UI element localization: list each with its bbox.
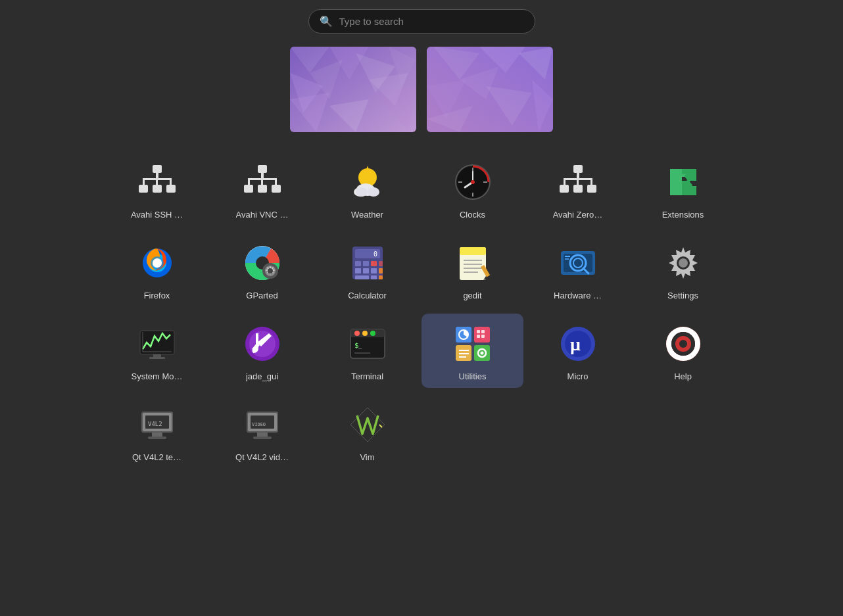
app-gparted[interactable]: GParted: [211, 233, 313, 307]
svg-rect-55: [577, 173, 579, 178]
qtv4l2-vid-icon: VIDEO: [241, 404, 283, 446]
app-sysmonitor[interactable]: System Mo…: [106, 314, 208, 388]
svg-rect-81: [355, 268, 361, 273]
extensions-icon: [662, 161, 704, 203]
svg-text:0: 0: [373, 250, 377, 258]
svg-rect-85: [355, 275, 369, 279]
svg-rect-62: [573, 185, 583, 193]
app-label: Settings: [667, 291, 698, 300]
app-firefox[interactable]: Firefox: [106, 233, 208, 307]
svg-rect-83: [371, 268, 377, 273]
top-bar: 🔍: [0, 0, 843, 40]
svg-rect-33: [275, 178, 277, 185]
svg-rect-24: [170, 178, 172, 185]
app-label: Utilities: [459, 371, 487, 381]
svg-rect-127: [477, 335, 480, 338]
app-label: Avahi Zero…: [553, 210, 603, 220]
app-label: Extensions: [662, 210, 704, 220]
settings-icon: [662, 242, 704, 284]
svg-rect-146: [148, 437, 166, 439]
help-icon: [662, 323, 704, 365]
app-micro[interactable]: μ Micro: [527, 314, 629, 388]
svg-rect-80: [379, 261, 383, 266]
app-help[interactable]: Help: [632, 314, 734, 388]
network-icon: [557, 161, 599, 203]
micro-icon: μ: [557, 323, 599, 365]
app-avahi-zero[interactable]: Avahi Zero…: [527, 152, 629, 226]
svg-rect-28: [153, 185, 162, 193]
app-settings[interactable]: Settings: [632, 233, 734, 307]
svg-rect-125: [477, 330, 480, 333]
sysmonitor-icon: [136, 323, 178, 365]
svg-rect-60: [560, 185, 569, 193]
svg-rect-25: [156, 178, 158, 185]
app-hardware[interactable]: Hardware …: [527, 233, 629, 307]
app-avahi-ssh[interactable]: Avahi SSH …: [106, 152, 208, 226]
svg-point-142: [679, 340, 687, 348]
wallpaper-thumb-2[interactable]: [427, 47, 553, 132]
app-calculator[interactable]: 0 Calculator: [316, 233, 418, 307]
svg-rect-105: [140, 331, 174, 354]
search-input[interactable]: [339, 16, 524, 27]
svg-rect-57: [564, 178, 566, 185]
svg-point-73: [268, 268, 273, 273]
svg-rect-128: [481, 335, 485, 338]
svg-point-67: [153, 258, 162, 268]
svg-rect-126: [481, 330, 485, 333]
vim-icon: [347, 404, 389, 446]
app-label: Qt V4L2 te…: [132, 452, 181, 462]
app-label: gedit: [463, 291, 481, 300]
svg-rect-151: [257, 433, 268, 437]
svg-rect-145: [152, 433, 162, 437]
svg-point-115: [362, 331, 368, 336]
svg-rect-82: [363, 268, 369, 273]
app-label: Micro: [567, 371, 589, 381]
svg-rect-87: [379, 275, 383, 279]
app-terminal[interactable]: $ _ Terminal: [316, 314, 418, 388]
svg-rect-27: [166, 185, 176, 193]
svg-point-43: [356, 187, 368, 197]
svg-rect-32: [248, 178, 250, 185]
svg-rect-20: [153, 165, 162, 173]
svg-text:VIDEO: VIDEO: [252, 422, 266, 427]
app-vim[interactable]: Vim: [316, 394, 418, 469]
app-qt-v4l2-te[interactable]: V4L2 Qt V4L2 te…: [106, 394, 208, 469]
terminal-icon: $ _: [347, 323, 389, 365]
svg-point-114: [354, 331, 360, 336]
hardware-icon: [557, 242, 599, 284]
wallpaper-row: [0, 40, 843, 145]
svg-point-116: [370, 331, 375, 336]
search-box[interactable]: 🔍: [308, 9, 535, 34]
app-label: Avahi VNC …: [236, 210, 289, 220]
svg-rect-108: [153, 354, 161, 357]
wallpaper-thumb-1[interactable]: [290, 47, 416, 132]
app-jade-gui[interactable]: jade_gui: [211, 314, 313, 388]
svg-rect-36: [272, 185, 281, 193]
network-icon: [241, 161, 283, 203]
app-label: Terminal: [351, 371, 383, 381]
app-label: Weather: [351, 210, 383, 220]
svg-rect-84: [379, 268, 383, 273]
app-label: Help: [674, 371, 692, 381]
app-label: jade_gui: [246, 371, 278, 381]
svg-rect-78: [363, 261, 369, 266]
app-extensions[interactable]: Extensions: [632, 152, 734, 226]
app-qt-v4l2-vid[interactable]: VIDEO Qt V4L2 vid…: [211, 394, 313, 469]
svg-rect-26: [139, 185, 148, 193]
app-weather[interactable]: Weather: [316, 152, 418, 226]
svg-rect-30: [261, 173, 264, 178]
app-label: Hardware …: [554, 291, 602, 300]
app-clocks[interactable]: Clocks: [422, 152, 523, 226]
svg-rect-54: [573, 165, 583, 173]
svg-rect-21: [156, 173, 158, 178]
svg-rect-109: [149, 357, 165, 359]
qtv4l2-icon: V4L2: [136, 404, 178, 446]
app-avahi-vnc[interactable]: Avahi VNC …: [211, 152, 313, 226]
gedit-icon: [452, 242, 494, 284]
svg-rect-37: [258, 185, 267, 193]
svg-text:_: _: [358, 343, 362, 349]
app-utilities[interactable]: Utilities: [422, 314, 523, 388]
app-gedit[interactable]: gedit: [422, 233, 523, 307]
svg-rect-152: [253, 437, 272, 439]
svg-point-133: [480, 352, 483, 355]
